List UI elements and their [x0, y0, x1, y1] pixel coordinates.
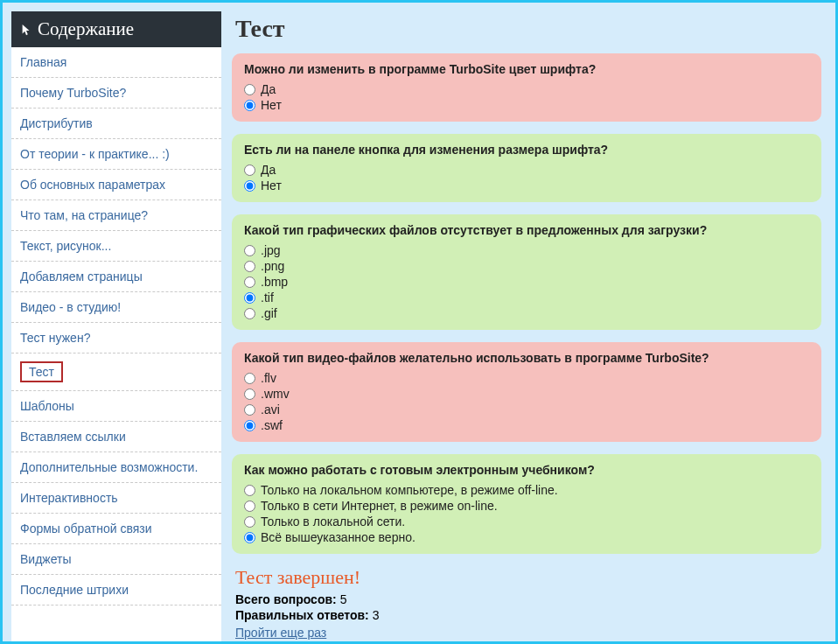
radio-input[interactable] [244, 485, 255, 496]
question-text: Какой тип графических файлов отсутствует… [244, 223, 809, 237]
option-label: .gif [261, 306, 277, 320]
option-1-1: Нет [244, 178, 809, 193]
sidebar-item-label: Главная [20, 55, 66, 69]
radio-input[interactable] [244, 404, 255, 416]
main-content: Тест Можно ли изменить в программе Turbo… [227, 3, 835, 641]
sidebar-item-10[interactable]: Тест [11, 354, 221, 391]
sidebar-item-label: Последние штрихи [20, 583, 129, 597]
option-2-2: .bmp [244, 274, 809, 290]
sidebar-item-label: Виджеты [20, 552, 72, 566]
sidebar-item-label: Текст, рисунок... [20, 239, 111, 253]
option-3-2: .avi [244, 402, 809, 417]
sidebar: Содержание ГлавнаяПочему TurboSite?Дистр… [11, 11, 221, 641]
option-2-0: .jpg [244, 242, 809, 258]
option-label: .bmp [261, 275, 288, 289]
option-label: Только на локальном компьютере, в режиме… [261, 483, 558, 497]
sidebar-item-7[interactable]: Добавляем страницы [11, 262, 221, 292]
option-3-1: .wmv [244, 386, 809, 402]
radio-input[interactable] [244, 180, 255, 192]
radio-input[interactable] [244, 532, 255, 543]
sidebar-title: Содержание [38, 18, 134, 40]
sidebar-item-label: Добавляем страницы [20, 270, 143, 284]
question-text: Как можно работать с готовым электронным… [244, 463, 809, 477]
sidebar-item-label: Шаблоны [20, 399, 74, 413]
radio-input[interactable] [244, 276, 255, 288]
option-4-3: Всё вышеуказанное верно. [244, 529, 809, 545]
radio-input[interactable] [244, 84, 255, 95]
sidebar-item-6[interactable]: Текст, рисунок... [11, 231, 221, 262]
option-label: .swf [261, 418, 283, 432]
option-2-3: .tif [244, 290, 809, 305]
option-label: .tif [261, 290, 274, 304]
radio-input[interactable] [244, 516, 255, 528]
option-3-0: .flv [244, 370, 809, 386]
radio-input[interactable] [244, 245, 255, 256]
option-label: Только в сети Интернет, в режиме on-line… [261, 499, 498, 513]
question-text: Можно ли изменить в программе TurboSite … [244, 62, 809, 76]
result-correct: Правильных ответов: 3 [235, 608, 821, 622]
result-total: Всего вопросов: 5 [235, 592, 821, 606]
sidebar-item-14[interactable]: Интерактивность [11, 483, 221, 514]
sidebar-item-label: Почему TurboSite? [20, 86, 126, 100]
option-4-2: Только в локальной сети. [244, 514, 809, 529]
sidebar-item-9[interactable]: Тест нужен? [11, 323, 221, 354]
question-3: Какой тип видео-файлов желательно исполь… [232, 342, 821, 442]
radio-input[interactable] [244, 420, 255, 431]
radio-input[interactable] [244, 373, 255, 384]
sidebar-item-15[interactable]: Формы обратной связи [11, 514, 221, 544]
sidebar-item-label: Дополнительные возможности. [20, 460, 198, 474]
question-2: Какой тип графических файлов отсутствует… [232, 214, 821, 330]
option-label: .jpg [261, 243, 281, 257]
question-1: Есть ли на панеле кнопка для изменения р… [232, 134, 821, 202]
sidebar-item-2[interactable]: Дистрибутив [11, 108, 221, 139]
sidebar-item-label: Тест нужен? [20, 331, 90, 345]
radio-input[interactable] [244, 261, 255, 272]
sidebar-item-11[interactable]: Шаблоны [11, 391, 221, 422]
option-label: Да [261, 163, 276, 177]
sidebar-item-1[interactable]: Почему TurboSite? [11, 78, 221, 108]
option-label: Только в локальной сети. [261, 514, 405, 528]
sidebar-item-16[interactable]: Виджеты [11, 544, 221, 575]
option-label: Да [261, 82, 276, 96]
retry-link[interactable]: Пройти еще раз [235, 626, 326, 640]
radio-input[interactable] [244, 100, 255, 111]
sidebar-item-3[interactable]: От теории - к практике... :) [11, 139, 221, 170]
option-label: .flv [261, 371, 276, 385]
page-title: Тест [235, 15, 821, 43]
question-4: Как можно работать с готовым электронным… [232, 454, 821, 554]
option-label: Всё вышеуказанное верно. [261, 530, 416, 544]
radio-input[interactable] [244, 388, 255, 400]
sidebar-item-label: Интерактивность [20, 491, 118, 505]
sidebar-item-13[interactable]: Дополнительные возможности. [11, 452, 221, 483]
sidebar-item-label: От теории - к практике... :) [20, 147, 170, 161]
option-label: Нет [261, 98, 282, 112]
option-label: Нет [261, 178, 282, 192]
cursor-icon [20, 24, 32, 36]
option-label: .wmv [261, 387, 290, 401]
sidebar-item-4[interactable]: Об основных параметрах [11, 170, 221, 200]
sidebar-item-label: Формы обратной связи [20, 522, 152, 536]
question-text: Есть ли на панеле кнопка для изменения р… [244, 143, 809, 157]
option-0-0: Да [244, 81, 809, 97]
question-0: Можно ли изменить в программе TurboSite … [232, 53, 821, 122]
radio-input[interactable] [244, 292, 255, 304]
radio-input[interactable] [244, 164, 255, 176]
sidebar-item-label: Дистрибутив [20, 116, 93, 130]
radio-input[interactable] [244, 500, 255, 512]
sidebar-item-label: Вставляем ссылки [20, 430, 126, 444]
sidebar-item-12[interactable]: Вставляем ссылки [11, 422, 221, 452]
sidebar-item-17[interactable]: Последние штрихи [11, 575, 221, 606]
option-0-1: Нет [244, 97, 809, 113]
sidebar-item-8[interactable]: Видео - в студию! [11, 292, 221, 323]
option-4-1: Только в сети Интернет, в режиме on-line… [244, 498, 809, 514]
option-3-3: .swf [244, 417, 809, 433]
option-label: .png [261, 259, 284, 273]
option-2-1: .png [244, 258, 809, 274]
sidebar-item-label: Тест [20, 361, 63, 382]
sidebar-item-label: Видео - в студию! [20, 300, 121, 314]
radio-input[interactable] [244, 308, 255, 319]
sidebar-item-0[interactable]: Главная [11, 47, 221, 78]
result-title: Тест завершен! [235, 566, 821, 589]
sidebar-item-5[interactable]: Что там, на странице? [11, 200, 221, 231]
option-1-0: Да [244, 162, 809, 178]
